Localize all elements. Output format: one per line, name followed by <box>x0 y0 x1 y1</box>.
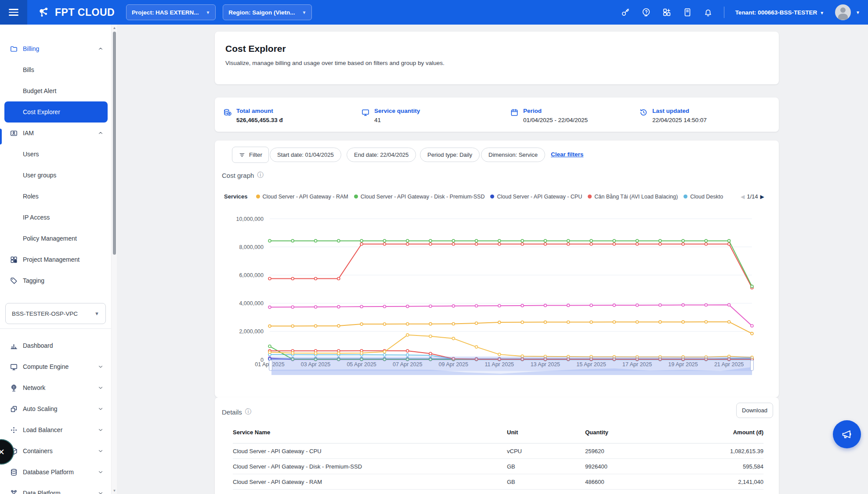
sidebar-item-database-platform[interactable]: Database Platform <box>0 462 111 483</box>
sidebar-item-policy-management[interactable]: Policy Management <box>0 228 111 249</box>
scroll-up-arrow[interactable]: ▲ <box>112 26 117 30</box>
filter-chip-start-date[interactable]: Start date: 01/04/2025 <box>270 148 341 162</box>
chart-brush-selection[interactable] <box>271 357 752 371</box>
sidebar-item-containers[interactable]: Containers <box>0 440 111 462</box>
series-series-pink <box>268 303 753 327</box>
brand-logo[interactable]: FPT CLOUD <box>36 5 115 20</box>
chevron-down-icon[interactable] <box>98 385 104 391</box>
stat-service-quantity: Service quantity41 <box>361 108 420 123</box>
sidebar-item-user-groups[interactable]: User groups <box>0 165 111 186</box>
sidebar-item-budget-alert[interactable]: Budget Alert <box>0 80 111 101</box>
table-cell: 486600 <box>585 479 695 485</box>
sidebar-item-bills[interactable]: Bills <box>0 59 111 80</box>
docs-icon[interactable] <box>683 7 692 17</box>
filter-button[interactable]: Filter <box>232 147 269 163</box>
megaphone-icon <box>841 428 853 440</box>
sidebar-item-users[interactable]: Users <box>0 144 111 165</box>
chevron-down-icon[interactable] <box>98 427 104 433</box>
download-button[interactable]: Download <box>736 403 773 418</box>
table-cell: 259620 <box>585 448 695 454</box>
filter-chip-end-date[interactable]: End date: 22/04/2025 <box>347 148 416 162</box>
chevron-up-icon[interactable] <box>98 46 104 52</box>
chevron-down-icon[interactable]: ▼ <box>856 10 860 15</box>
cost-graph-canvas[interactable]: 02,000,0004,000,0006,000,0008,000,00010,… <box>220 206 778 382</box>
clear-filters-link[interactable]: Clear filters <box>551 151 583 158</box>
info-icon[interactable]: ⓘ <box>257 171 263 179</box>
sidebar-item-label: User groups <box>23 172 56 179</box>
legend-next-icon[interactable]: ▶ <box>760 194 764 200</box>
summary-stats-card: Total amount526,465,455.33 đService quan… <box>215 97 779 132</box>
legend-item-cloud-deskto[interactable]: Cloud Deskto <box>684 194 723 200</box>
chevron-down-icon[interactable] <box>98 406 104 412</box>
sidebar-item-label: Budget Alert <box>23 87 56 94</box>
avatar[interactable] <box>835 4 851 20</box>
sidebar-item-cost-explorer[interactable]: Cost Explorer <box>4 101 108 123</box>
top-navbar: FPT CLOUD Project: HAS EXTERN...▼ Region… <box>0 0 868 25</box>
sidebar-item-roles[interactable]: Roles <box>0 186 111 207</box>
filter-icon <box>239 151 246 159</box>
column-header: Amount (đ) <box>695 429 763 436</box>
navbar-actions: Tenant: 000663-BSS-TESTER▼ ▼ <box>621 4 868 20</box>
table-row[interactable]: Cloud Server - API Gateway - CPUvCPU2596… <box>233 444 763 459</box>
table-row[interactable]: Cloud Server - API Gateway - RAMGB486600… <box>233 474 763 490</box>
menu-toggle-button[interactable] <box>0 0 27 25</box>
compute-icon <box>10 363 18 371</box>
sidebar-item-label: Database Platform <box>23 469 74 476</box>
sidebar-item-auto-scaling[interactable]: Auto Scaling <box>0 398 111 419</box>
sidebar-item-load-balancer[interactable]: Load Balancer <box>0 419 111 440</box>
sidebar-item-dashboard[interactable]: Dashboard <box>0 335 111 356</box>
page-title: Cost Explorer <box>225 43 286 54</box>
sidebar-item-label: Policy Management <box>23 235 77 242</box>
scroll-down-arrow[interactable]: ▼ <box>112 489 117 493</box>
support-chat-icon[interactable] <box>641 7 651 17</box>
chevron-down-icon: ▼ <box>206 10 210 15</box>
legend-dot-icon <box>256 195 260 198</box>
filter-chip-dimension[interactable]: Dimension: Service <box>481 148 545 162</box>
legend-item-cloud-server-api-gateway-disk-premium-ssd[interactable]: Cloud Server - API Gateway - Disk - Prem… <box>354 194 485 200</box>
legend-prev-icon[interactable]: ◀ <box>741 194 745 200</box>
sidebar-item-project-management[interactable]: Project Management <box>0 249 111 270</box>
stat-last-updated: Last updated22/04/2025 14:50:07 <box>639 108 707 123</box>
region-selector[interactable]: Region: Saigon (Vietn...▼ <box>223 4 312 20</box>
sidebar-item-ip-access[interactable]: IP Access <box>0 207 111 228</box>
legend-item-cloud-server-api-gateway-cpu[interactable]: Cloud Server - API Gateway - CPU <box>490 194 582 200</box>
apps-icon[interactable] <box>662 7 672 17</box>
column-header: Unit <box>507 429 585 436</box>
sidebar-item-compute-engine[interactable]: Compute Engine <box>0 356 111 377</box>
chevron-down-icon[interactable] <box>98 490 104 494</box>
legend-dot-icon <box>588 195 592 198</box>
monitor-icon <box>361 108 370 117</box>
legend-item-cloud-server-api-gateway-ram[interactable]: Cloud Server - API Gateway - RAM <box>256 194 348 200</box>
loadbalancer-icon <box>10 426 18 434</box>
chevron-up-icon[interactable] <box>98 130 104 136</box>
legend-item-c-n-b-ng-t-i-avi-load-balacing[interactable]: Cân Bằng Tải (AVI Load Balacing) <box>588 194 678 200</box>
divider <box>724 7 724 18</box>
iam-icon <box>10 129 18 137</box>
vpc-selector[interactable]: BSS-TESTER-OSP-VPC▼ <box>5 303 106 324</box>
sidebar-scrollbar[interactable]: ▲ ▼ <box>111 25 117 494</box>
tenant-selector[interactable]: Tenant: 000663-BSS-TESTER▼ <box>735 9 824 16</box>
chevron-down-icon[interactable] <box>98 364 104 370</box>
announcements-fab[interactable] <box>833 420 861 448</box>
chevron-down-icon[interactable] <box>98 448 104 454</box>
notifications-icon[interactable] <box>703 7 713 17</box>
filter-chip-period-type[interactable]: Period type: Daily <box>420 148 480 162</box>
chevron-down-icon[interactable] <box>98 469 104 475</box>
calendar-icon <box>510 108 519 117</box>
project-selector[interactable]: Project: HAS EXTERN...▼ <box>126 4 216 20</box>
sidebar-item-network[interactable]: Network <box>0 377 111 398</box>
key-icon[interactable] <box>621 7 630 17</box>
dataplatform-icon <box>10 489 18 494</box>
chart-legend: Services Cloud Server - API Gateway - RA… <box>224 193 773 200</box>
info-icon[interactable]: ⓘ <box>245 408 251 416</box>
y-axis-tick: 6,000,000 <box>239 272 264 278</box>
series-c-n-b-ng-t-i-avi-load-balacing <box>268 243 753 289</box>
sidebar-item-tagging[interactable]: Tagging <box>0 270 111 291</box>
sidebar-item-data-platform[interactable]: Data Platform <box>0 483 111 494</box>
sidebar-item-billing[interactable]: Billing <box>0 38 111 59</box>
brush-handle-right[interactable] <box>750 360 753 371</box>
sidebar-item-iam[interactable]: IAM <box>0 123 111 144</box>
scrollbar-thumb[interactable] <box>113 32 116 255</box>
brush-handle-left[interactable] <box>269 360 272 371</box>
table-row[interactable]: Cloud Server - API Gateway - Disk - Prem… <box>233 459 763 474</box>
